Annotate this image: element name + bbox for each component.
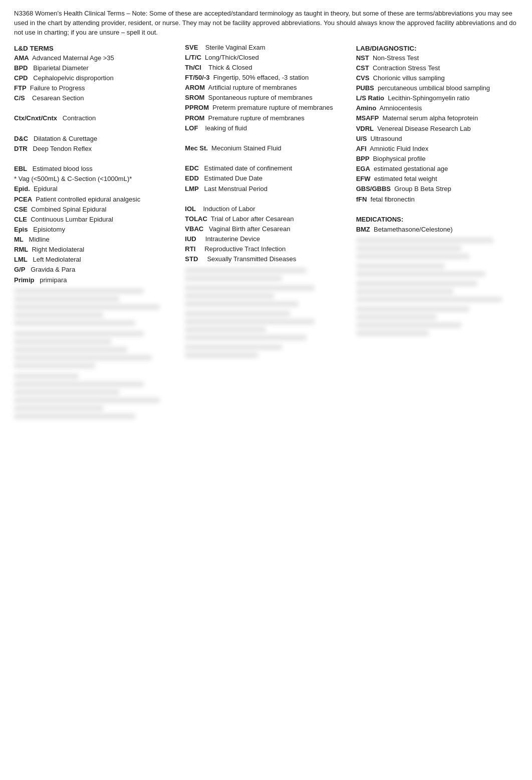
entry-iud: IUD Intrauterine Device bbox=[185, 234, 347, 244]
entry-spacer2 bbox=[14, 124, 176, 134]
entry-rti: RTI Reproductive Tract Infection bbox=[185, 244, 347, 254]
entry-pprom: PPROM Preterm premature rupture of membr… bbox=[185, 103, 347, 113]
entry-afi: AFI Amniotic Fluid Index bbox=[356, 144, 518, 154]
intro-text: N3368 Women's Health Clinical Terms – No… bbox=[14, 9, 518, 38]
entry-nst: NST Non-Stress Test bbox=[356, 53, 518, 63]
entry-gbs: GBS/GBBS Group B Beta Strep bbox=[356, 184, 518, 194]
entry-cle: CLE Continuous Lumbar Epidural bbox=[14, 215, 176, 225]
entry-epis: Epis Episiotomy bbox=[14, 225, 176, 235]
entry-bpp: BPP Biophysical profile bbox=[356, 154, 518, 164]
entry-cs: C/S Cesarean Section bbox=[14, 93, 176, 103]
main-columns: L&D TERMS AMA Advanced Maternal Age >35 … bbox=[14, 43, 518, 422]
entry-ebl: EBL Estimated blood loss bbox=[14, 164, 176, 174]
entry-lmp: LMP Last Menstrual Period bbox=[185, 184, 347, 194]
entry-ama: AMA Advanced Maternal Age >35 bbox=[14, 53, 176, 63]
entry-gp: G/P Gravida & Para bbox=[14, 265, 176, 275]
entry-ftp: FTP Failure to Progress bbox=[14, 83, 176, 93]
col2-blurred bbox=[185, 268, 347, 358]
entry-spacer-col2-3 bbox=[185, 194, 347, 204]
entry-vag: * Vag (<500mL) & C-Section (<1000mL)* bbox=[14, 174, 176, 184]
entry-vdrl: VDRL Venereal Disease Research Lab bbox=[356, 124, 518, 134]
entry-ltc: L/T/C Long/Thick/Closed bbox=[185, 53, 347, 63]
entry-dc: D&C Dilatation & Curettage bbox=[14, 134, 176, 144]
col3-header: LAB/DIAGNOSTIC: bbox=[356, 45, 518, 52]
entry-msafp: MSAFP Maternal serum alpha fetoprotein bbox=[356, 113, 518, 123]
entry-ctx: Ctx/Cnxt/Cntx Contraction bbox=[14, 113, 176, 123]
entry-us: U/S Ultrasound bbox=[356, 134, 518, 144]
entry-thcl: Th/Cl Thick & Closed bbox=[185, 63, 347, 73]
entry-iol: IOL Induction of Labor bbox=[185, 204, 347, 214]
entry-pubs: PUBS percutaneous umbilical blood sampli… bbox=[356, 83, 518, 93]
entry-epid: Epid. Epidural bbox=[14, 184, 176, 194]
entry-lof: LOF leaking of fluid bbox=[185, 123, 347, 133]
entry-dtr: DTR Deep Tendon Reflex bbox=[14, 144, 176, 154]
entry-medications-header: MEDICATIONS: bbox=[356, 215, 518, 225]
entry-sve: SVE Sterile Vaginal Exam bbox=[185, 43, 347, 53]
entry-tolac: TOLAC Trial of Labor after Cesarean bbox=[185, 214, 347, 224]
entry-edd: EDD Estimated Due Date bbox=[185, 173, 347, 183]
entry-cvs: CVS Chorionic villus sampling bbox=[356, 73, 518, 83]
entry-efw: EFW estimated fetal weight bbox=[356, 174, 518, 184]
entry-ega: EGA estimated gestational age bbox=[356, 164, 518, 174]
entry-ffn: fFN fetal fibronectin bbox=[356, 194, 518, 205]
entry-vbac: VBAC Vaginal Birth after Cesarean bbox=[185, 224, 347, 234]
col3-blurred bbox=[356, 238, 518, 336]
entry-lml: LML Left Mediolateral bbox=[14, 255, 176, 265]
entry-arom: AROM Artificial rupture of membranes bbox=[185, 83, 347, 93]
col1-header: L&D TERMS bbox=[14, 45, 176, 52]
entry-edc: EDC Estimated date of confinement bbox=[185, 163, 347, 173]
entry-spacer1 bbox=[14, 103, 176, 113]
entry-srom: SROM Spontaneous rupture of membranes bbox=[185, 93, 347, 103]
entry-std: STD Sexually Transmitted Diseases bbox=[185, 254, 347, 264]
entry-cpd: CPD Cephalopelvic disproportion bbox=[14, 73, 176, 83]
entry-bpd: BPD Biparietal Diameter bbox=[14, 63, 176, 73]
entry-lsratio: L/S Ratio Lecithin-Sphingomyelin ratio bbox=[356, 93, 518, 103]
entry-rml: RML Right Mediolateral bbox=[14, 245, 176, 255]
column-3: LAB/DIAGNOSTIC: NST Non-Stress Test CST … bbox=[356, 43, 518, 339]
entry-cst: CST Contraction Stress Test bbox=[356, 63, 518, 73]
col1-blurred bbox=[14, 288, 176, 419]
entry-cse: CSE Combined Spinal Epidural bbox=[14, 205, 176, 215]
entry-bmz: BMZ Betamethasone/Celestone) bbox=[356, 225, 518, 235]
entry-spacer-col2-2 bbox=[185, 153, 347, 163]
entry-spacer3 bbox=[14, 154, 176, 164]
entry-ft50: FT/50/-3 Fingertip, 50% effaced, -3 stat… bbox=[185, 73, 347, 83]
column-2: SVE Sterile Vaginal Exam L/T/C Long/Thic… bbox=[185, 43, 347, 360]
entry-prom: PROM Premature rupture of membranes bbox=[185, 113, 347, 123]
entry-spacer-col2-1 bbox=[185, 133, 347, 143]
entry-ml: ML Midline bbox=[14, 235, 176, 245]
entry-amino: Amino Amniocentesis bbox=[356, 103, 518, 113]
column-1: L&D TERMS AMA Advanced Maternal Age >35 … bbox=[14, 43, 176, 422]
entry-spacer-col3 bbox=[356, 205, 518, 215]
entry-mecst: Mec St. Meconium Stained Fluid bbox=[185, 143, 347, 153]
entry-primip: Primip primipara bbox=[14, 275, 176, 285]
entry-pcea: PCEA Patient controlled epidural analges… bbox=[14, 194, 176, 205]
